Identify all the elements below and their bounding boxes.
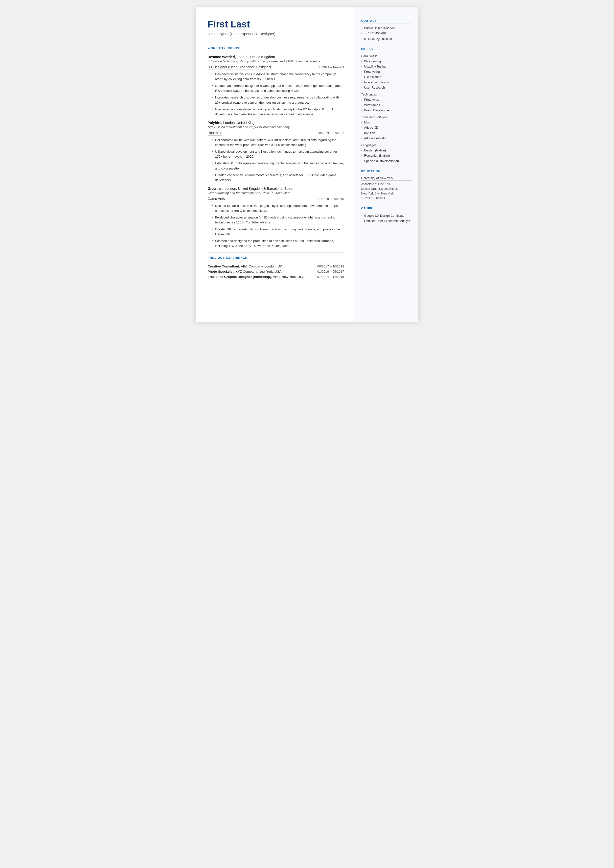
techniques-label: Techniques: [361,93,411,96]
prev-job-2-label: Photo Specialist, XYZ Company, New York,… [208,270,313,273]
other-list: Google UX Design Certificate Certified U… [361,213,411,224]
job-3-bullet-4: Scripted and designed the production of … [212,239,344,248]
previous-experience-section: Creative Consultant, ABC Company, London… [208,264,344,279]
job-1: Resume Worded, London, United Kingdom Ed… [208,55,344,117]
skill-user-research: User Research [361,85,411,90]
technique-brand-dev: Brand Development [361,108,411,113]
other-item-2: Certified User Experience Analyst [361,219,411,224]
candidate-name: First Last [208,19,344,30]
contact-phone: +44 1234567890 [361,31,411,36]
job-2-bullets: Collaborated online with 50+ editors, 40… [208,138,344,183]
lang-english: English (Native) [361,148,411,153]
skill-usability-testing: Usability Testing [361,64,411,69]
technique-wireframes: Wireframes [361,103,411,108]
employer-3-line: Growthsi, London, United Kingdom & Barce… [208,186,344,191]
previous-experience-heading: PREVIOUS EXPERIENCE [208,256,344,261]
languages-list: English (Native) Romanian (Native) Spani… [361,148,411,164]
techniques-list: Prototypes Wireframes Brand Development [361,97,411,113]
contact-email: first.last@gmail.com [361,36,411,42]
tool-adobe-xd: Adobe XD [361,125,411,130]
job-3-title: Game Artist [208,197,226,202]
employer-1-desc: Education technology startup with 50+ em… [208,59,344,63]
prev-job-3-label: Freelance Graphic Designer (Internship),… [208,275,313,279]
employer-3-location: London, United Kingdom & Barcelona, Spai… [223,186,293,191]
job-2-title: Illustrator [208,131,222,136]
prev-job-2-dates: 01/2016 – 05/2017 [317,270,344,273]
skill-wireframing: Wireframing [361,59,411,64]
job-1-bullets: Designed distinctive icons in Adobe Illu… [208,72,344,117]
contact-section: CONTACT Bristol United Kingdom +44 12345… [361,19,411,42]
job-1-bullet-4: Conceived and developed a desktop applic… [212,107,344,117]
job-1-header: UX Designer (User Experience Designer) 0… [208,65,344,70]
other-heading: OTHER [361,207,411,211]
candidate-title: UX Designer (User Experience Designer) [208,32,344,36]
job-3-bullet-3: Created 90+ art assets utilizing Hi-res,… [212,227,344,237]
prev-job-1-title-rest: ABC Company, London, UK [240,264,282,268]
contact-heading: CONTACT [361,19,411,24]
employer-1-line: Resume Worded, London, United Kingdom [208,55,344,59]
tools-label: Tools and Software: [361,116,411,119]
tool-miro: Miro [361,120,411,125]
job-3-bullets: Defined the art direction of 70+ project… [208,203,344,248]
employer-2-desc: NYSE-listed recruitment and employer bra… [208,125,344,129]
job-2-header: Illustrator 10/2019 – 07/2021 [208,131,344,136]
prev-job-1: Creative Consultant, ABC Company, London… [208,264,344,268]
job-3-header: Game Artist 11/2018 – 09/2019 [208,197,344,202]
other-item-1: Google UX Design Certificate [361,213,411,219]
prev-job-1-label: Creative Consultant, ABC Company, London… [208,264,313,268]
lang-spanish: Spanish (Conversational) [361,158,411,164]
employer-1-name: Resume Worded, [208,55,236,59]
edu-school: University of New York [361,176,411,181]
job-1-title: UX Designer (User Experience Designer) [208,65,271,70]
job-3-bullet-1: Defined the art direction of 70+ project… [212,203,344,213]
languages-label: Languages: [361,143,411,147]
skill-prototyping: Prototyping [361,69,411,75]
employer-3-name: Growthsi, [208,186,224,191]
prev-job-2-title-bold: Photo Specialist, [208,270,235,273]
hard-skills-label: Hard Skills: [361,54,411,58]
prev-job-2-title-rest: XYZ Company, New York, USA [234,270,281,273]
resume-page: First Last UX Designer (User Experience … [196,8,419,321]
hard-skills-list: Wireframing Usability Testing Prototypin… [361,59,411,90]
skills-heading: SKILLS [361,48,411,52]
tool-invision: InVision [361,130,411,136]
right-column: CONTACT Bristol United Kingdom +44 12345… [354,8,419,321]
other-section: OTHER Google UX Design Certificate Certi… [361,207,411,224]
education-section: EDUCATION University of New York Associa… [361,170,411,201]
job-3: Growthsi, London, United Kingdom & Barce… [208,186,344,248]
job-1-dates: 08/2021 – Present [318,65,344,69]
left-column: First Last UX Designer (User Experience … [196,8,354,321]
edu-degree: Associate of Fine Arts Motion Graphics a… [361,182,411,201]
work-experience-section: Resume Worded, London, United Kingdom Ed… [208,55,344,248]
job-2-dates: 10/2019 – 07/2021 [317,131,344,135]
education-heading: EDUCATION [361,170,411,174]
job-3-bullet-2: Produced character animation for 3D mode… [212,215,344,225]
prev-job-2: Photo Specialist, XYZ Company, New York,… [208,270,344,273]
employer-2-name: Polyhire, [208,121,222,125]
lang-romanian: Romanian (Native) [361,153,411,158]
job-2-bullet-2: Utilized visual development and illustra… [212,149,344,159]
employer-2-location: London, United Kingdom [222,121,261,125]
work-experience-heading: WORK EXPERIENCE [208,47,344,51]
technique-prototypes: Prototypes [361,97,411,102]
job-3-dates: 11/2018 – 09/2019 [317,197,344,201]
skills-section: SKILLS Hard Skills: Wireframing Usabilit… [361,48,411,164]
contact-location: Bristol United Kingdom [361,26,411,31]
prev-job-3: Freelance Graphic Designer (Internship),… [208,275,344,279]
prev-job-3-dates: 07/2014 – 12/2015 [317,275,344,279]
employer-1-location: London, United Kingdom [236,55,275,59]
prev-job-3-title-bold: Freelance Graphic Designer (Internship), [208,275,272,279]
prev-job-1-dates: 06/2017 – 10/2018 [317,264,344,268]
skill-interaction-design: Interaction Design [361,80,411,85]
employer-3-desc: Career training and membership SaaS with… [208,191,344,195]
tool-adobe-illustrator: Adobe Illustrator [361,136,411,141]
prev-job-1-title-bold: Creative Consultant, [208,264,240,268]
contact-list: Bristol United Kingdom +44 1234567890 fi… [361,26,411,42]
prev-job-3-title-rest: ABC, New York, USA [272,275,305,279]
job-2-bullet-1: Collaborated online with 50+ editors, 40… [212,138,344,148]
job-1-bullet-3: Integrated research discoveries to devel… [212,95,344,105]
skill-user-testing: User Testing [361,75,411,80]
job-2: Polyhire, London, United Kingdom NYSE-li… [208,121,344,183]
job-2-bullet-4: Created concept art, environments, chara… [212,173,344,183]
job-2-bullet-3: Educated 30+ colleagues on constructing … [212,161,344,171]
